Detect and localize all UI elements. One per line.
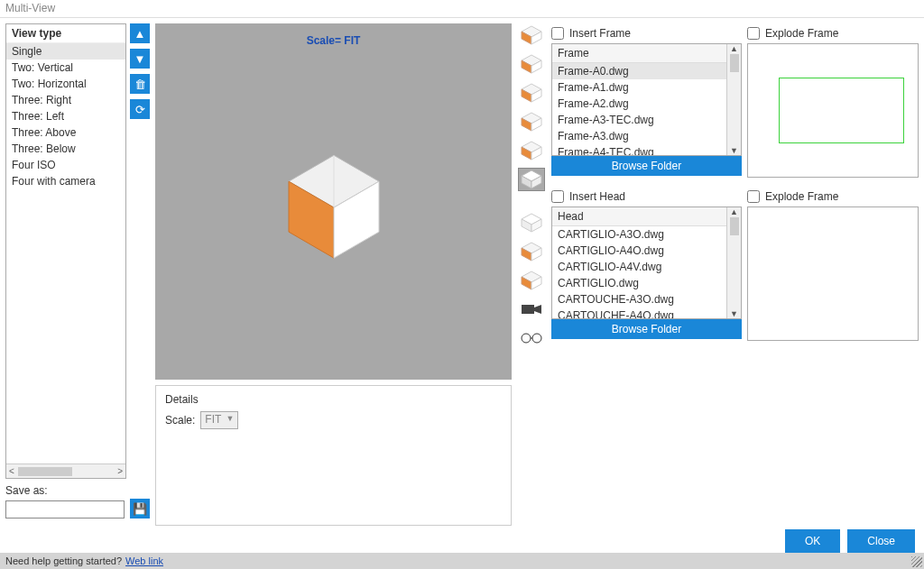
head-file-item[interactable]: CARTOUCHE-A4O.dwg	[552, 307, 726, 318]
head-file-list[interactable]: Head CARTIGLIO-A3O.dwg CARTIGLIO-A4O.dwg…	[552, 207, 726, 318]
view-type-item[interactable]: Three: Above	[6, 124, 125, 141]
insert-head-label: Insert Head	[569, 190, 625, 203]
frame-file-item[interactable]: Frame-A3-TEC.dwg	[552, 112, 726, 128]
view-type-item[interactable]: Two: Horizontal	[6, 76, 125, 92]
head-list-scrollbar[interactable]: ▲▼	[726, 207, 741, 318]
save-as-label: Save as:	[5, 484, 150, 497]
frame-file-item[interactable]: Frame-A2.dwg	[552, 96, 726, 112]
scroll-up-icon[interactable]: ▲	[730, 44, 738, 53]
insert-frame-label: Insert Frame	[569, 27, 631, 40]
move-down-button[interactable]: ▼	[130, 49, 150, 69]
head-file-item[interactable]: CARTIGLIO-A3O.dwg	[552, 226, 726, 243]
view-type-hscroll[interactable]: < >	[6, 463, 125, 478]
preview-scale-label: Scale= FIT	[307, 34, 361, 47]
titlebar: Multi-View	[0, 0, 924, 18]
explode-frame-label: Explode Frame	[765, 27, 838, 40]
ok-button[interactable]: OK	[785, 529, 840, 553]
explode-frame-checkbox[interactable]	[747, 27, 760, 40]
statusbar: Need help getting started? Web link	[0, 553, 924, 569]
view-type-item[interactable]: Single	[6, 43, 125, 60]
cube-view-2[interactable]	[518, 52, 545, 76]
save-button[interactable]: 💾	[130, 499, 150, 519]
window-title: Multi-View	[5, 2, 55, 14]
save-as-input[interactable]	[5, 500, 125, 519]
dialog-buttons: OK Close	[785, 529, 915, 553]
web-link[interactable]: Web link	[125, 555, 163, 566]
head-file-item[interactable]: CARTIGLIO-A4V.dwg	[552, 259, 726, 275]
scroll-down-icon[interactable]: ▼	[730, 146, 738, 155]
scale-label: Scale:	[165, 414, 195, 427]
browse-head-folder-button[interactable]: Browse Folder	[551, 319, 742, 339]
view-type-item[interactable]: Four ISO	[6, 157, 125, 173]
cube-view-5[interactable]	[518, 139, 545, 162]
head-preview	[747, 206, 919, 341]
preview-pane: Scale= FIT	[155, 23, 512, 380]
view-type-item[interactable]: Three: Below	[6, 141, 125, 157]
cube-view-9[interactable]	[518, 269, 545, 292]
close-button[interactable]: Close	[847, 529, 915, 553]
frame-file-list[interactable]: Frame Frame-A0.dwg Frame-A1.dwg Frame-A2…	[552, 44, 726, 155]
view-type-list[interactable]: View type Single Two: Vertical Two: Hori…	[5, 23, 126, 479]
view-icon-strip	[517, 23, 546, 526]
insert-frame-checkbox[interactable]	[551, 27, 564, 40]
insert-head-checkbox[interactable]	[551, 190, 564, 203]
scroll-down-icon[interactable]: ▼	[730, 309, 738, 318]
frame-file-item[interactable]: Frame-A0.dwg	[552, 63, 726, 79]
scroll-left-icon[interactable]: <	[6, 466, 17, 476]
scroll-thumb[interactable]	[730, 217, 739, 235]
svg-marker-33	[534, 305, 541, 314]
right-column: Insert Frame Frame Frame-A0.dwg Frame-A1…	[517, 23, 919, 526]
cube-view-4[interactable]	[518, 110, 545, 133]
scale-select-value: FIT	[205, 413, 221, 426]
camera-icon[interactable]	[518, 298, 545, 321]
status-text: Need help getting started?	[5, 555, 122, 566]
chevron-down-icon: ▼	[226, 414, 234, 423]
resize-grip[interactable]	[911, 556, 922, 567]
scroll-thumb[interactable]	[730, 54, 739, 72]
view-type-item[interactable]: Three: Right	[6, 92, 125, 108]
details-title: Details	[165, 393, 502, 406]
frame-file-item[interactable]: Frame-A4-TEC.dwg	[552, 144, 726, 155]
cube-view-3[interactable]	[518, 81, 545, 105]
view-type-item[interactable]: Three: Left	[6, 108, 125, 124]
frame-list-scrollbar[interactable]: ▲▼	[726, 44, 741, 155]
explode-head-checkbox[interactable]	[747, 190, 760, 203]
refresh-button[interactable]: ⟳	[130, 99, 150, 119]
scroll-up-icon[interactable]: ▲	[730, 207, 738, 216]
scroll-thumb[interactable]	[18, 467, 72, 476]
scroll-right-icon[interactable]: >	[115, 466, 125, 476]
frame-list-header: Frame	[552, 44, 726, 63]
head-file-item[interactable]: CARTIGLIO.dwg	[552, 275, 726, 291]
browse-frame-folder-button[interactable]: Browse Folder	[551, 156, 742, 176]
frame-panel: Insert Frame Frame Frame-A0.dwg Frame-A1…	[551, 23, 919, 178]
head-file-item[interactable]: CARTIGLIO-A4O.dwg	[552, 243, 726, 259]
frame-preview-rect	[779, 78, 904, 144]
frame-file-item[interactable]: Frame-A1.dwg	[552, 79, 726, 96]
head-panel: Insert Head Head CARTIGLIO-A3O.dwg CARTI…	[551, 187, 919, 341]
cube-view-8[interactable]	[518, 240, 545, 263]
move-up-button[interactable]: ▲	[130, 23, 150, 43]
left-column: View type Single Two: Vertical Two: Hori…	[5, 23, 150, 526]
cube-view-7[interactable]	[518, 211, 545, 234]
cube-view-6[interactable]	[518, 168, 545, 191]
svg-point-35	[532, 334, 541, 343]
head-file-item[interactable]: CARTOUCHE-A3O.dwg	[552, 291, 726, 307]
center-column: Scale= FIT Details Scale: FIT ▼	[155, 23, 512, 526]
save-as-section: Save as: 💾	[5, 484, 150, 519]
scale-select[interactable]: FIT ▼	[200, 411, 238, 429]
svg-rect-32	[522, 305, 534, 314]
cube-icon	[280, 148, 388, 268]
details-panel: Details Scale: FIT ▼	[155, 385, 512, 526]
frame-file-item[interactable]: Frame-A3.dwg	[552, 128, 726, 144]
view-type-item[interactable]: Two: Vertical	[6, 60, 125, 76]
view-type-header: View type	[6, 24, 125, 43]
view-type-item[interactable]: Four with camera	[6, 173, 125, 189]
frame-preview	[747, 43, 919, 178]
glasses-icon[interactable]	[518, 326, 545, 350]
head-list-header: Head	[552, 207, 726, 226]
explode-head-label: Explode Frame	[765, 190, 838, 203]
delete-button[interactable]: 🗑	[130, 74, 150, 94]
cube-view-1[interactable]	[518, 23, 545, 47]
svg-point-34	[522, 334, 531, 343]
